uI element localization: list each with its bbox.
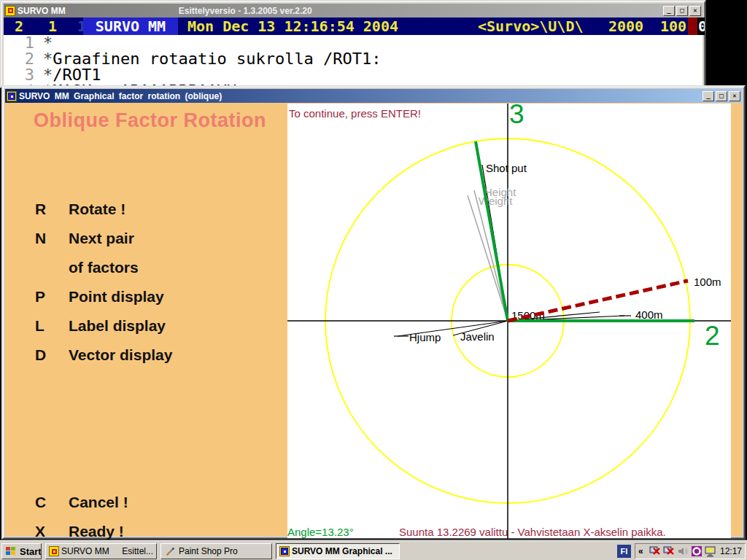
header-cursor-block bbox=[688, 18, 697, 35]
main-window-subtitle: Esittelyversio - 1.3.2005 ver.2.20 bbox=[179, 6, 312, 16]
volume-icon[interactable] bbox=[677, 545, 689, 557]
rotation-app-icon bbox=[279, 546, 290, 556]
display-settings-icon[interactable] bbox=[705, 545, 716, 557]
edit-line: 2*Graafinen rotaatio sukrolla /ROT1: bbox=[4, 51, 703, 67]
menu-item-point-display[interactable]: PPoint display bbox=[35, 288, 283, 307]
network-disconnected-icon[interactable] bbox=[649, 545, 661, 557]
psp-tray-icon[interactable] bbox=[691, 545, 703, 557]
main-title-bar[interactable]: SURVO MM Esittelyversio - 1.3.2005 ver.2… bbox=[4, 4, 703, 18]
menu-item-rotate[interactable]: RRotate ! bbox=[35, 201, 283, 219]
menu-item-label-display[interactable]: LLabel display bbox=[35, 317, 283, 336]
edit-line: 3*/ROT1 bbox=[4, 67, 703, 83]
factor-plot: To continue, press ENTER! Angle=13.23° S… bbox=[287, 104, 731, 538]
rotation-app-icon bbox=[7, 91, 17, 101]
header-num1: 2000 bbox=[608, 18, 643, 35]
network-disconnected-icon[interactable] bbox=[663, 545, 675, 557]
header-col1: 2 bbox=[15, 18, 23, 35]
vector-height bbox=[474, 190, 508, 321]
maximize-button[interactable]: □ bbox=[716, 91, 727, 101]
label-400m: 400m bbox=[635, 308, 663, 321]
rotation-window-title: SURVO MM Graphical factor rotation (obli… bbox=[19, 91, 222, 101]
paintbrush-icon bbox=[164, 546, 176, 556]
menu-item-cancel[interactable]: CCancel ! bbox=[35, 494, 283, 513]
label-100m: 100m bbox=[694, 276, 721, 288]
maximize-button[interactable]: □ bbox=[676, 6, 688, 16]
survo-app-icon bbox=[49, 546, 59, 556]
header-app-name: SURVO MM bbox=[83, 18, 178, 35]
factor2-number: 2 bbox=[705, 321, 720, 351]
survo-app-icon bbox=[5, 6, 15, 16]
header-num2: 100 bbox=[660, 18, 686, 35]
angle-readout: Angle=13.23° bbox=[287, 526, 354, 538]
start-button[interactable]: Start bbox=[1, 543, 42, 559]
rotation-window: SURVO MM Graphical factor rotation (obli… bbox=[1, 85, 746, 540]
system-tray: « 12:17 bbox=[635, 543, 746, 559]
close-button[interactable]: ✕ bbox=[729, 91, 740, 101]
rotation-content: Oblique Factor Rotation RRotate ! NNext … bbox=[5, 103, 742, 536]
factor3-number: 3 bbox=[509, 104, 525, 129]
minimize-button[interactable]: _ bbox=[663, 6, 675, 16]
header-datetime: Mon Dec 13 12:16:54 2004 bbox=[187, 18, 398, 35]
continue-message: To continue, press ENTER! bbox=[289, 107, 421, 120]
header-path: <Survo>\U\D\ bbox=[478, 18, 584, 35]
close-button[interactable]: ✕ bbox=[689, 6, 701, 16]
main-window: SURVO MM Esittelyversio - 1.3.2005 ver.2… bbox=[0, 0, 706, 88]
taskbar: Start SURVO MM Esittel... Paint Shop Pro… bbox=[0, 540, 747, 560]
label-hjump: Hjump bbox=[409, 331, 441, 343]
minimize-button[interactable]: _ bbox=[703, 91, 714, 101]
status-message: Suunta 13.2269 valittu - Vahvistetaan X-… bbox=[399, 526, 666, 538]
edit-header-row: 2 1 1 SURVO MM Mon Dec 13 12:16:54 2004 … bbox=[4, 18, 703, 35]
factor-plot-svg: To continue, press ENTER! Angle=13.23° S… bbox=[287, 104, 731, 539]
menu-item-next-pair[interactable]: NNext pair bbox=[35, 230, 283, 249]
label-shotput: Shot put bbox=[486, 162, 527, 174]
rotation-title-bar[interactable]: SURVO MM Graphical factor rotation (obli… bbox=[5, 89, 742, 103]
clock: 12:17 bbox=[720, 546, 742, 556]
tray-expand-icon[interactable]: « bbox=[638, 546, 647, 556]
edit-line: 1* bbox=[4, 35, 703, 51]
task-button-paint-shop-pro[interactable]: Paint Shop Pro bbox=[160, 543, 272, 559]
header-col2: 1 bbox=[48, 18, 57, 35]
label-weight: Weight bbox=[479, 195, 513, 207]
edit-area[interactable]: 1* 2*Graafinen rotaatio sukrolla /ROT1: … bbox=[4, 35, 703, 87]
menu-item-ready[interactable]: XReady ! bbox=[35, 523, 283, 542]
main-window-title: SURVO MM bbox=[18, 6, 66, 16]
panel-heading: Oblique Factor Rotation bbox=[34, 109, 266, 132]
desktop: SURVO MM Esittelyversio - 1.3.2005 ver.2… bbox=[0, 0, 747, 560]
task-button-survo-editor[interactable]: SURVO MM Esittel... bbox=[45, 543, 157, 559]
header-zero: 0 bbox=[697, 18, 706, 35]
menu-item-vector-display[interactable]: DVector display bbox=[35, 346, 283, 365]
task-button-rotation-window[interactable]: SURVO MM Graphical ... bbox=[276, 543, 400, 559]
menu-item-of-factors: of factors bbox=[35, 259, 283, 278]
windows-logo-icon bbox=[5, 546, 17, 556]
language-indicator[interactable]: FI bbox=[617, 545, 631, 558]
